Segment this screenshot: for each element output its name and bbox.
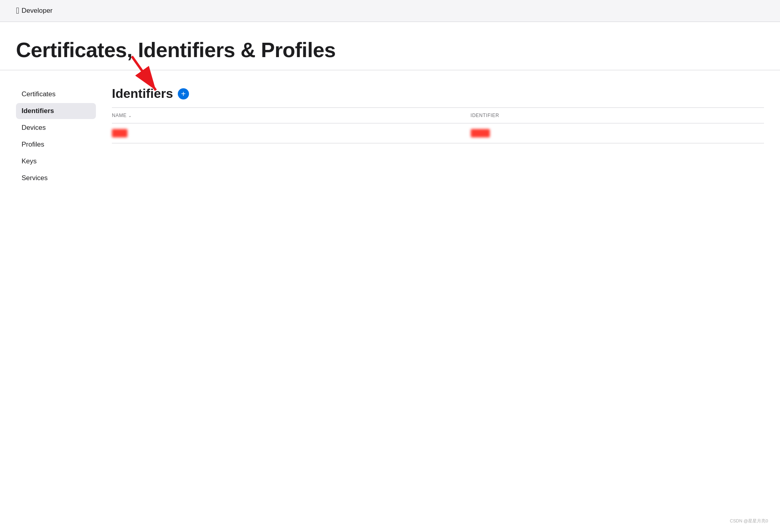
- add-identifier-button[interactable]: +: [178, 88, 189, 99]
- brand-label: Developer: [22, 7, 53, 15]
- page-title-area: Certificates, Identifiers & Profiles: [0, 22, 780, 70]
- table-cell-name: ●●●: [112, 123, 471, 143]
- table-body: ●●● ●●●●: [112, 123, 764, 143]
- name-column-header[interactable]: NAME ⌄: [112, 108, 471, 123]
- identifiers-table: NAME ⌄ IDENTIFIER ●●● ●●●●: [112, 107, 764, 143]
- section-header: Identifiers +: [112, 86, 764, 101]
- header:  Developer: [0, 0, 780, 22]
- sidebar-item-services[interactable]: Services: [16, 170, 96, 186]
- sidebar-item-certificates[interactable]: Certificates: [16, 86, 96, 102]
- main-layout: Certificates Identifiers Devices Profile…: [0, 70, 780, 203]
- page-title: Certificates, Identifiers & Profiles: [16, 38, 764, 62]
- sidebar-item-profiles[interactable]: Profiles: [16, 137, 96, 153]
- sort-icon: ⌄: [128, 113, 132, 118]
- table-cell-identifier: ●●●●: [471, 123, 764, 143]
- redacted-name: ●●●: [112, 129, 127, 137]
- apple-logo-icon: : [16, 6, 19, 16]
- sidebar-item-identifiers[interactable]: Identifiers: [16, 103, 96, 119]
- sidebar: Certificates Identifiers Devices Profile…: [16, 86, 104, 187]
- section-title: Identifiers: [112, 86, 173, 101]
- content-area: Identifiers + NAME: [104, 86, 764, 187]
- identifier-column-header: IDENTIFIER: [471, 108, 764, 123]
- sidebar-item-devices[interactable]: Devices: [16, 120, 96, 136]
- sidebar-item-keys[interactable]: Keys: [16, 153, 96, 169]
- table-header: NAME ⌄ IDENTIFIER: [112, 108, 764, 123]
- table-row[interactable]: ●●● ●●●●: [112, 123, 764, 143]
- redacted-identifier: ●●●●: [471, 129, 490, 137]
- footer-watermark: CSDN @星星月亮0: [730, 518, 768, 524]
